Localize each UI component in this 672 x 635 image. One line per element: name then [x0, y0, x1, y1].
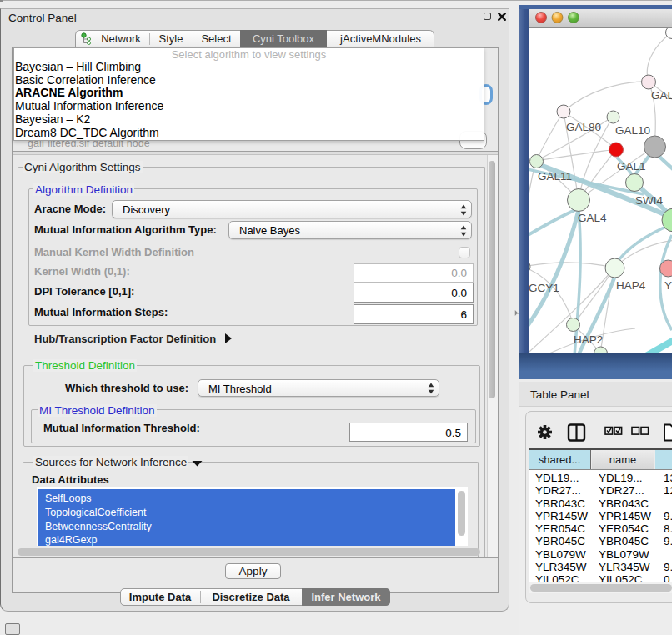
- svg-text:GAL4: GAL4: [578, 212, 607, 224]
- svg-text:GAL10: GAL10: [615, 124, 650, 137]
- svg-text:GAL80: GAL80: [566, 121, 601, 133]
- svg-text:GAL7: GAL7: [651, 89, 672, 102]
- svg-text:GAL11: GAL11: [538, 170, 572, 182]
- svg-text:SWI4: SWI4: [635, 194, 663, 207]
- svg-text:YM: YM: [664, 279, 672, 292]
- svg-text:GAL1: GAL1: [617, 160, 646, 172]
- svg-text:HAP4: HAP4: [616, 279, 646, 292]
- svg-text:GCY1: GCY1: [529, 282, 559, 294]
- svg-text:HAP2: HAP2: [574, 333, 603, 346]
